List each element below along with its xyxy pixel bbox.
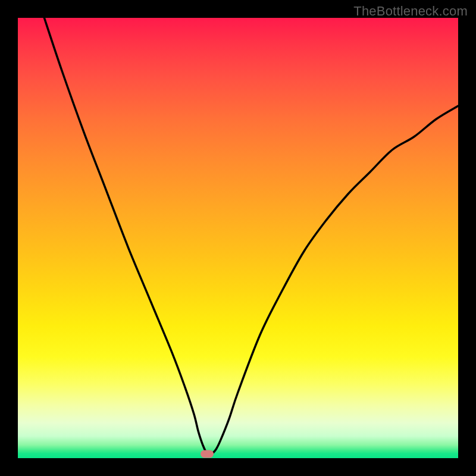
plot-area xyxy=(18,18,458,458)
bottleneck-curve xyxy=(18,18,458,458)
chart-frame: TheBottleneck.com xyxy=(0,0,476,476)
optimal-marker xyxy=(201,450,214,458)
watermark-text: TheBottleneck.com xyxy=(353,4,468,19)
